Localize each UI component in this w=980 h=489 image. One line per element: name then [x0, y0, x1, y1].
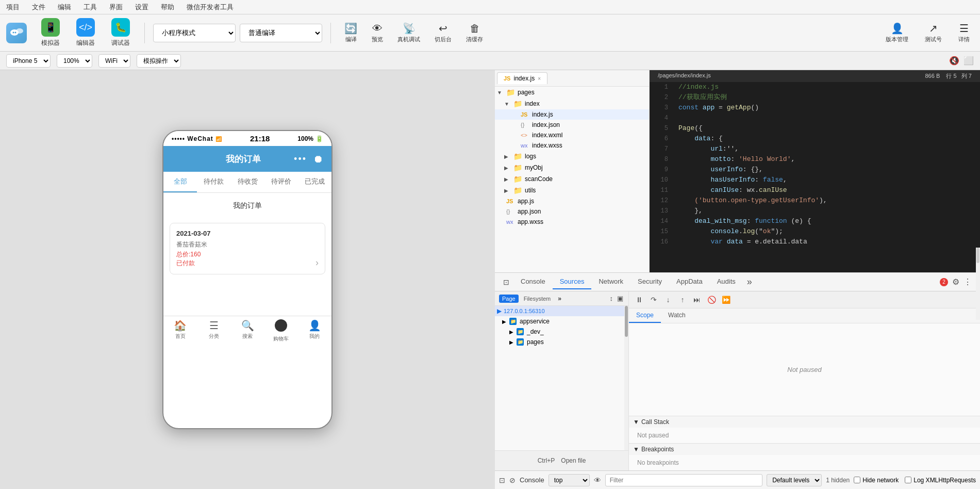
preview-button[interactable]: 👁 预览	[367, 20, 388, 46]
debugger-button[interactable]: 🐛 调试器	[105, 15, 136, 51]
menu-settings[interactable]: 设置	[133, 2, 151, 13]
nav-category[interactable]: ☰ 分类	[197, 319, 230, 343]
record-icon[interactable]: ⏺	[313, 153, 323, 165]
scope-tab[interactable]: Scope	[629, 308, 661, 323]
order-card[interactable]: 2021-03-07 番茄香菇米 总价:160 已付款 ›	[170, 223, 325, 274]
tree-index-folder[interactable]: ▼ 📁 index	[495, 98, 649, 109]
tab-audits[interactable]: Audits	[710, 274, 743, 289]
network-select[interactable]: WiFi	[98, 54, 130, 68]
console-clear-button[interactable]: ⊘	[509, 476, 516, 484]
tree-utils-folder[interactable]: ▶ 📁 utils	[495, 185, 649, 196]
menu-project[interactable]: 项目	[4, 2, 22, 13]
compile-select[interactable]: 普通编译	[240, 24, 322, 42]
sources-more-icon[interactable]: »	[558, 295, 561, 302]
devtools-console-icon[interactable]: ⊡	[499, 276, 513, 288]
sources-server-item[interactable]: ▶ 127.0.0.1:56310	[495, 306, 628, 316]
devtools-more-icon[interactable]: ⋮	[964, 277, 972, 287]
call-stack-header[interactable]: ▼ Call Stack	[629, 416, 980, 428]
nav-home[interactable]: 🏠 首页	[163, 319, 197, 343]
step-into-button[interactable]: ↓	[662, 294, 674, 306]
editor-button[interactable]: </> 编辑器	[70, 15, 101, 51]
tree-scancode-folder[interactable]: ▶ 📁 scanCode	[495, 173, 649, 185]
nav-search[interactable]: 🔍 搜索	[230, 319, 264, 343]
tree-app-js[interactable]: JS app.js	[495, 196, 649, 206]
realtest-button[interactable]: 📡 真机调试	[392, 19, 425, 46]
sources-appservice-item[interactable]: ▶ 📁 appservice	[495, 316, 628, 327]
mode-select[interactable]: 小程序模式	[153, 24, 236, 42]
operation-select[interactable]: 模拟操作	[137, 54, 181, 68]
tree-myobj-folder[interactable]: ▶ 📁 myObj	[495, 162, 649, 173]
rotate-button[interactable]: ⬜	[964, 56, 974, 66]
tab-pending-review[interactable]: 待评价	[264, 172, 298, 192]
tab-network[interactable]: Network	[591, 274, 630, 289]
tree-index-wxss[interactable]: wx index.wxss	[495, 140, 649, 151]
tree-app-json[interactable]: {} app.json	[495, 206, 649, 217]
hide-network-checkbox[interactable]	[854, 477, 860, 483]
detail-button[interactable]: ☰ 详情	[954, 20, 974, 45]
step-over-button[interactable]: ↷	[647, 294, 660, 306]
tab-appdata[interactable]: AppData	[669, 274, 710, 289]
zoom-select[interactable]: 100%	[57, 54, 92, 68]
device-select[interactable]: iPhone 5	[6, 54, 51, 68]
console-eye-icon[interactable]: 👁	[594, 476, 601, 484]
menu-wechat-devtools[interactable]: 微信开发者工具	[185, 2, 236, 13]
tree-pages-folder[interactable]: ▼ 📁 pages	[495, 87, 649, 98]
tab-sources[interactable]: Sources	[553, 274, 592, 289]
tab-pending-payment[interactable]: 待付款	[197, 172, 230, 192]
log-xml-label[interactable]: Log XMLHttpRequests	[905, 477, 976, 484]
simulator-button[interactable]: 📱 模拟器	[35, 15, 66, 51]
devtools-settings-icon[interactable]: ⚙	[952, 277, 959, 287]
console-levels-select[interactable]: Default levels	[767, 474, 822, 486]
test-button[interactable]: ↗ 测试号	[921, 20, 946, 45]
pause-button[interactable]: ⏸	[633, 294, 645, 306]
menu-tools[interactable]: 工具	[81, 2, 99, 13]
step-out-button[interactable]: ↑	[676, 294, 689, 306]
sources-filesystem-tab[interactable]: Filesystem	[521, 295, 554, 303]
tree-index-js[interactable]: JS index.js	[495, 109, 649, 120]
sources-file-tree[interactable]: ▶ 127.0.0.1:56310 ▶ 📁 appservice	[495, 306, 629, 450]
tab-completed[interactable]: 已完成	[298, 172, 331, 192]
async-button[interactable]: ⏩	[720, 294, 732, 306]
sources-pages-item[interactable]: ▶ 📁 pages	[495, 337, 628, 347]
tree-logs-folder[interactable]: ▶ 📁 logs	[495, 151, 649, 162]
console-toggle-button[interactable]: ⊡	[499, 476, 505, 484]
more-tabs-icon[interactable]: »	[743, 276, 756, 287]
tab-pending-delivery[interactable]: 待收货	[230, 172, 264, 192]
tree-index-json[interactable]: {} index.json	[495, 120, 649, 130]
compile-button[interactable]: 🔄 编译	[339, 19, 362, 46]
hide-network-label[interactable]: Hide network	[854, 477, 899, 484]
cache-button[interactable]: 🗑 清缓存	[461, 20, 488, 46]
sources-dev-item[interactable]: ▶ 📁 _dev_	[495, 327, 628, 337]
menu-edit[interactable]: 编辑	[56, 2, 73, 13]
deactivate-button[interactable]: 🚫	[705, 294, 718, 306]
backend-button[interactable]: ↩ 切后台	[429, 19, 457, 46]
layout-icon[interactable]: ▣	[616, 294, 624, 303]
breakpoints-header[interactable]: ▼ Breakpoints	[629, 444, 980, 455]
menu-interface[interactable]: 界面	[107, 2, 125, 13]
tab-console[interactable]: Console	[513, 274, 553, 289]
tab-all[interactable]: 全部	[163, 172, 197, 192]
order-arrow-icon[interactable]: ›	[315, 257, 319, 268]
tab-security[interactable]: Security	[630, 274, 669, 289]
tab-close-icon[interactable]: ×	[538, 76, 541, 82]
mute-button[interactable]: 🔇	[949, 56, 959, 66]
tree-index-wxml[interactable]: <> index.wxml	[495, 130, 649, 140]
sources-scrollbar[interactable]	[624, 306, 628, 450]
console-filter-input[interactable]	[605, 474, 762, 486]
nav-profile[interactable]: 👤 我的	[298, 319, 331, 343]
watch-tab[interactable]: Watch	[661, 308, 693, 323]
code-view[interactable]: 1//index.js2//获取应用实例3const app = getApp(…	[650, 82, 980, 272]
sources-page-tab[interactable]: Page	[499, 295, 519, 303]
more-icon[interactable]: •••	[294, 154, 307, 165]
resume-button[interactable]: ⏭	[691, 294, 703, 306]
tree-app-wxss[interactable]: wx app.wxss	[495, 217, 649, 227]
index-js-tab[interactable]: JS index.js ×	[497, 72, 547, 84]
debugger-scrollbar[interactable]	[976, 291, 980, 320]
menu-file[interactable]: 文件	[30, 2, 47, 13]
sync-icon[interactable]: ↕	[609, 294, 614, 303]
log-xml-checkbox[interactable]	[905, 477, 911, 483]
console-context-select[interactable]: top	[549, 474, 590, 486]
nav-cart[interactable]: 购物车	[264, 319, 298, 343]
version-manage-button[interactable]: 👤 版本管理	[882, 20, 912, 45]
menu-help[interactable]: 帮助	[159, 2, 176, 13]
